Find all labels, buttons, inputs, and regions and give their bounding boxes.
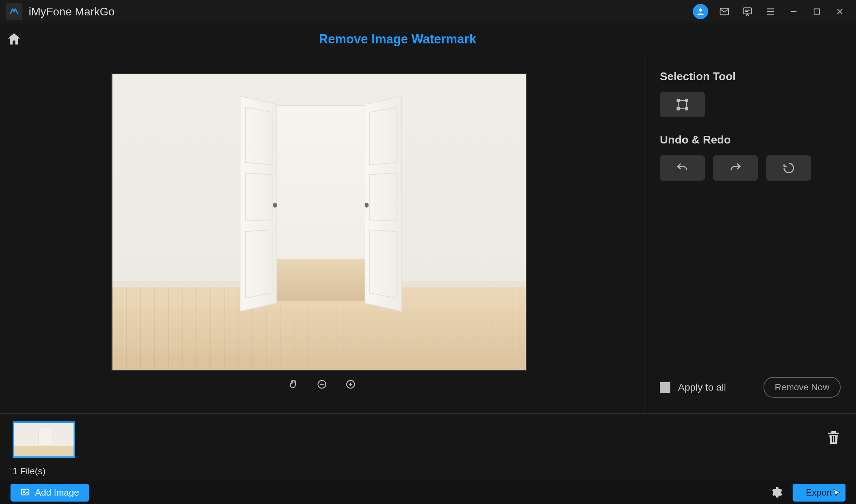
settings-icon[interactable] — [770, 486, 783, 499]
svg-rect-7 — [677, 99, 679, 102]
file-count-label: 1 File(s) — [13, 466, 46, 477]
delete-icon[interactable] — [825, 429, 842, 446]
svg-rect-9 — [677, 107, 679, 110]
close-icon[interactable] — [833, 5, 847, 19]
feedback-icon[interactable] — [740, 5, 754, 19]
canvas-controls — [0, 377, 644, 391]
app-title: iMyFone MarkGo — [29, 5, 115, 18]
svg-rect-8 — [685, 99, 688, 102]
svg-rect-2 — [743, 8, 752, 14]
account-icon[interactable] — [693, 4, 708, 19]
action-bar: Add Image Export — [0, 481, 856, 504]
zoom-out-icon[interactable] — [315, 377, 329, 391]
footer: 1 File(s) — [0, 413, 856, 481]
svg-point-0 — [699, 8, 702, 12]
menu-icon[interactable] — [764, 5, 778, 19]
apply-to-all-label: Apply to all — [678, 382, 726, 393]
cursor-icon — [832, 489, 841, 498]
minimize-icon[interactable] — [787, 5, 801, 19]
canvas-area — [0, 55, 644, 413]
apply-row: Apply to all Remove Now — [660, 377, 841, 398]
undo-button[interactable] — [660, 155, 705, 181]
selection-tool-title: Selection Tool — [660, 70, 841, 83]
apply-to-all-checkbox[interactable] — [660, 382, 670, 393]
mail-icon[interactable] — [717, 5, 731, 19]
redo-button[interactable] — [713, 155, 758, 181]
app-logo — [6, 3, 22, 20]
maximize-icon[interactable] — [810, 5, 824, 19]
zoom-in-icon[interactable] — [344, 377, 358, 391]
thumbnail-1[interactable] — [13, 421, 75, 458]
export-button[interactable]: Export — [793, 484, 845, 502]
main-region: Selection Tool Undo & Redo Apply to all … — [0, 55, 856, 413]
svg-rect-10 — [685, 107, 688, 110]
pan-hand-icon[interactable] — [286, 377, 300, 391]
svg-rect-3 — [814, 9, 819, 14]
image-preview[interactable] — [111, 73, 527, 371]
add-image-label: Add Image — [35, 487, 79, 498]
selection-rectangle-tool[interactable] — [660, 92, 705, 117]
page-title: Remove Image Watermark — [319, 32, 476, 47]
image-icon — [20, 488, 30, 497]
add-image-button[interactable]: Add Image — [11, 484, 89, 502]
svg-point-12 — [23, 491, 25, 492]
header-strip: Remove Image Watermark — [0, 23, 856, 55]
title-bar: iMyFone MarkGo — [0, 0, 856, 23]
reset-button[interactable] — [766, 155, 811, 181]
export-label: Export — [806, 487, 832, 498]
right-panel: Selection Tool Undo & Redo Apply to all … — [644, 55, 856, 413]
remove-now-button[interactable]: Remove Now — [764, 377, 841, 398]
undo-redo-title: Undo & Redo — [660, 133, 841, 146]
